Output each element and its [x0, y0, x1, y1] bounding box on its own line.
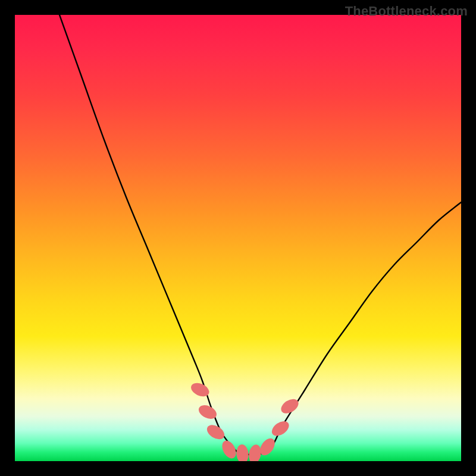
curve-marker: [248, 444, 262, 461]
watermark-text: TheBottleneck.com: [345, 4, 468, 19]
curve-path: [60, 15, 461, 455]
curve-marker: [236, 444, 249, 461]
chart-frame: TheBottleneck.com: [0, 0, 476, 476]
bottleneck-curve: [15, 15, 461, 461]
curve-marker: [220, 439, 239, 461]
curve-markers: [189, 380, 301, 461]
curve-marker: [269, 418, 292, 439]
plot-area: [15, 15, 461, 461]
curve-marker: [205, 422, 227, 442]
